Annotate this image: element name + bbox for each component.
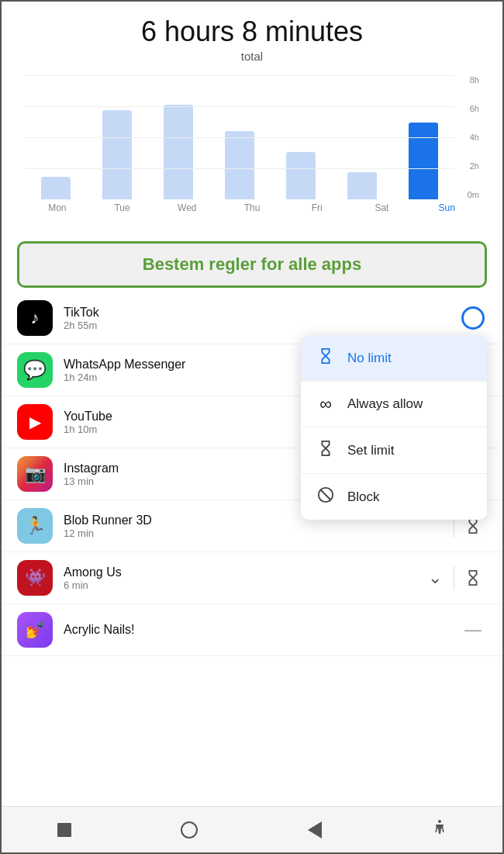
triangle-icon	[308, 821, 322, 838]
acrylic-icon: 💅	[17, 612, 53, 648]
infinity-icon: ∞	[316, 394, 335, 414]
app-time-tiktok: 2h 55m	[64, 320, 459, 331]
nav-back-button[interactable]	[295, 814, 334, 845]
app-item-acrylic[interactable]: 💅 Acrylic Nails! —	[2, 604, 502, 656]
all-apps-button[interactable]: Bestem regler for alle apps	[17, 241, 487, 288]
dropdown-menu: No limit ∞ Always allow Set limit Block	[301, 335, 487, 520]
app-time-amongus: 6 min	[64, 579, 421, 591]
dropdown-item-nolimit[interactable]: No limit	[301, 335, 487, 382]
alwaysallow-label: Always allow	[347, 396, 423, 412]
amongus-hourglass[interactable]	[459, 569, 487, 586]
circle-icon	[181, 821, 198, 838]
dropdown-item-setlimit[interactable]: Set limit	[301, 427, 487, 474]
blobrunner-icon: 🏃	[17, 508, 53, 544]
tiktok-icon: ♪	[17, 300, 53, 336]
svg-line-1	[321, 490, 331, 500]
bar-wed	[147, 75, 209, 199]
bar-mon	[25, 75, 86, 199]
bar-tue	[86, 75, 147, 199]
header: 6 hours 8 minutes total	[2, 2, 502, 67]
nav-home-button[interactable]	[170, 814, 209, 845]
label-wed: Wed	[154, 202, 219, 213]
block-icon	[316, 486, 335, 507]
svg-line-4	[442, 826, 444, 832]
svg-point-2	[438, 820, 441, 823]
all-apps-label: Bestem regler for alle apps	[143, 254, 361, 274]
app-name-acrylic: Acrylic Nails!	[64, 623, 459, 637]
y-axis-labels: 8h 6h 4h 2h 0m	[468, 75, 479, 199]
bar-fri	[271, 75, 332, 199]
setlimit-label: Set limit	[347, 443, 394, 458]
svg-line-3	[436, 826, 437, 832]
app-name-amongus: Among Us	[64, 565, 421, 579]
bottom-nav	[2, 806, 502, 852]
app-name-tiktok: TikTok	[64, 306, 459, 320]
total-label: total	[2, 50, 502, 63]
hourglass-icon	[316, 347, 335, 368]
bar-thu	[209, 75, 270, 199]
person-icon	[430, 818, 449, 842]
label-tue: Tue	[90, 202, 155, 213]
tiktok-circle-icon	[461, 306, 485, 330]
app-item-amongus[interactable]: 👾 Among Us 6 min ⌄	[2, 552, 502, 604]
label-fri: Fri	[285, 202, 350, 213]
youtube-icon: ▶	[17, 404, 53, 440]
nav-accessibility-button[interactable]	[420, 814, 459, 845]
amongus-chevron[interactable]: ⌄	[421, 568, 449, 588]
label-sun: Sun	[414, 202, 479, 213]
label-mon: Mon	[25, 202, 90, 213]
setlimit-hourglass-icon	[316, 440, 335, 461]
x-axis-labels: Mon Tue Wed Thu Fri Sat Sun	[25, 202, 479, 213]
bar-sat	[332, 75, 393, 199]
dropdown-item-block[interactable]: Block	[301, 474, 487, 520]
total-time: 6 hours 8 minutes	[2, 16, 502, 48]
tiktok-action[interactable]	[459, 306, 487, 330]
label-thu: Thu	[219, 202, 285, 213]
divider	[454, 566, 454, 590]
dropdown-item-alwaysallow[interactable]: ∞ Always allow	[301, 382, 487, 427]
amongus-icon: 👾	[17, 560, 53, 596]
usage-chart: 8h 6h 4h 2h 0m Mon Tue Wed Thu Fri Sat S…	[2, 75, 502, 230]
acrylic-dash: —	[459, 620, 487, 640]
square-icon	[57, 823, 71, 837]
nolimit-label: No limit	[347, 351, 392, 366]
whatsapp-icon: 💬	[17, 352, 53, 388]
instagram-icon: 📷	[17, 456, 53, 492]
nav-square-button[interactable]	[45, 814, 84, 845]
blobrunner-hourglass[interactable]	[459, 517, 487, 534]
bar-sun	[393, 75, 454, 199]
app-time-blobrunner: 12 min	[64, 527, 449, 539]
block-label: Block	[347, 489, 380, 505]
label-sat: Sat	[350, 202, 415, 213]
